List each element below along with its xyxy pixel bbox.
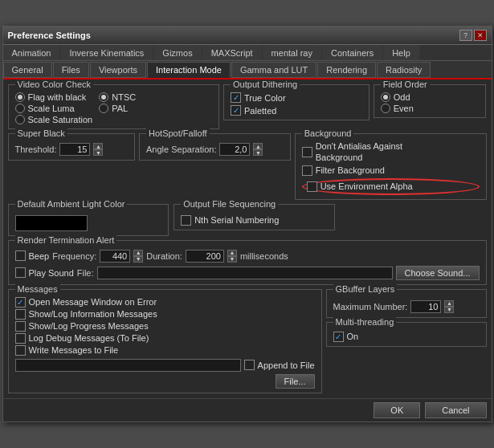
tab-files[interactable]: Files — [53, 62, 89, 78]
paletted-checkbox[interactable] — [231, 105, 241, 116]
append-to-file-checkbox[interactable] — [244, 360, 255, 370]
tab-mental-ray[interactable]: mental ray — [263, 45, 321, 60]
cancel-button[interactable]: Cancel — [425, 402, 486, 418]
tab-containers[interactable]: Containers — [322, 45, 382, 60]
scale-saturation-option[interactable]: Scale Saturation — [15, 115, 93, 124]
max-number-input[interactable] — [410, 300, 441, 313]
help-button[interactable]: ? — [459, 30, 472, 41]
window-title: Preference Settings — [8, 31, 91, 40]
odd-radio[interactable] — [381, 92, 390, 102]
nth-serial-label: Nth Serial Numbering — [194, 215, 279, 225]
use-env-alpha-option[interactable]: Use Environment Alpha — [307, 181, 413, 192]
messages-file-input[interactable] — [15, 359, 241, 372]
beep-checkbox[interactable] — [15, 250, 26, 261]
tab-maxscript[interactable]: MAXScript — [202, 45, 262, 60]
tab-gizmos[interactable]: Gizmos — [153, 45, 201, 60]
angle-up-arrow[interactable]: ▲ — [253, 143, 263, 149]
multithreading-on-checkbox[interactable] — [333, 332, 344, 342]
true-color-option[interactable]: True Color — [231, 92, 362, 103]
paletted-option[interactable]: Paletted — [231, 105, 362, 116]
duration-input[interactable] — [186, 250, 224, 263]
video-color-check-options: Flag with black Scale Luma Scale Saturat… — [15, 92, 93, 124]
scale-luma-option[interactable]: Scale Luma — [15, 104, 93, 113]
max-number-spinner[interactable]: ▲ ▼ — [444, 300, 454, 313]
use-env-alpha-highlight: Use Environment Alpha — [302, 178, 480, 195]
tab-general[interactable]: General — [3, 62, 52, 78]
duration-spinner[interactable]: ▲ ▼ — [227, 250, 237, 263]
scale-saturation-radio[interactable] — [15, 115, 25, 124]
choose-sound-button[interactable]: Choose Sound... — [396, 266, 480, 280]
even-radio[interactable] — [381, 104, 390, 113]
duration-up-arrow[interactable]: ▲ — [227, 250, 237, 256]
tab-radiosity[interactable]: Radiosity — [377, 62, 431, 78]
angle-spinner[interactable]: ▲ ▼ — [253, 143, 263, 156]
threshold-spinner[interactable]: ▲ ▼ — [93, 143, 103, 156]
even-label: Even — [394, 104, 414, 113]
tab-animation[interactable]: Animation — [3, 45, 60, 60]
angle-separation-input[interactable] — [219, 143, 250, 156]
use-env-alpha-label: Use Environment Alpha — [320, 181, 413, 191]
ntsc-radio[interactable] — [99, 92, 108, 102]
dont-antialias-option[interactable]: Don't Antialias Against Background — [302, 141, 480, 162]
write-messages-option[interactable]: Write Messages to File — [15, 345, 315, 356]
frequency-input[interactable] — [100, 250, 130, 263]
filter-background-option[interactable]: Filter Background — [302, 165, 480, 176]
open-message-window-option[interactable]: Open Message Window on Error — [15, 297, 315, 307]
tab-help[interactable]: Help — [383, 45, 419, 60]
show-log-info-label: Show/Log Information Messages — [29, 309, 157, 319]
show-log-info-option[interactable]: Show/Log Information Messages — [15, 309, 315, 320]
max-number-up-arrow[interactable]: ▲ — [444, 300, 454, 307]
messages-file-button[interactable]: File... — [276, 374, 315, 389]
pal-option[interactable]: PAL — [99, 104, 136, 113]
odd-option[interactable]: Odd — [381, 92, 480, 102]
messages-section: Messages Open Message Window on Error Sh… — [8, 289, 322, 393]
ambient-light-color-swatch[interactable] — [15, 215, 88, 231]
pal-radio[interactable] — [99, 104, 108, 113]
footer: OK Cancel — [3, 398, 492, 422]
frequency-up-arrow[interactable]: ▲ — [133, 250, 143, 256]
hotspot-falloff-label: HotSpot/Falloff — [146, 128, 210, 138]
max-number-down-arrow[interactable]: ▼ — [444, 307, 454, 313]
frequency-down-arrow[interactable]: ▼ — [133, 256, 143, 263]
multithreading-on-option[interactable]: On — [333, 332, 480, 342]
threshold-up-arrow[interactable]: ▲ — [93, 143, 103, 149]
append-to-file-option[interactable]: Append to File — [244, 360, 315, 370]
tab-rendering[interactable]: Rendering — [317, 62, 376, 78]
log-debug-checkbox[interactable] — [15, 333, 26, 344]
tab-interaction-mode[interactable]: Interaction Mode — [147, 62, 231, 78]
ntsc-option[interactable]: NTSC — [99, 92, 136, 102]
play-sound-option[interactable]: Play Sound — [15, 267, 74, 278]
use-env-alpha-checkbox[interactable] — [307, 181, 317, 192]
threshold-down-arrow[interactable]: ▼ — [93, 149, 103, 156]
show-log-progress-checkbox[interactable] — [15, 321, 26, 332]
tab-inverse-kinematics[interactable]: Inverse Kinematics — [60, 45, 153, 60]
frequency-label: Frequency: — [52, 251, 96, 261]
close-button[interactable]: ✕ — [474, 30, 487, 41]
true-color-checkbox[interactable] — [231, 92, 241, 103]
beep-option[interactable]: Beep — [15, 250, 50, 261]
sound-file-input[interactable] — [97, 267, 393, 279]
ok-button[interactable]: OK — [374, 402, 420, 418]
tab-gamma-lut[interactable]: Gamma and LUT — [231, 62, 316, 78]
tab-viewports[interactable]: Viewports — [90, 62, 146, 78]
frequency-spinner[interactable]: ▲ ▼ — [133, 250, 143, 263]
log-debug-option[interactable]: Log Debug Messages (To File) — [15, 333, 315, 344]
nth-serial-checkbox[interactable] — [181, 215, 191, 226]
open-message-window-checkbox[interactable] — [15, 297, 26, 307]
show-log-progress-option[interactable]: Show/Log Progress Messages — [15, 321, 315, 332]
duration-down-arrow[interactable]: ▼ — [227, 256, 237, 263]
nth-serial-option[interactable]: Nth Serial Numbering — [181, 215, 328, 226]
play-sound-checkbox[interactable] — [15, 267, 26, 278]
threshold-input[interactable] — [59, 143, 90, 156]
flag-with-black-option[interactable]: Flag with black — [15, 92, 93, 102]
filter-background-checkbox[interactable] — [302, 165, 312, 176]
flag-with-black-radio[interactable] — [15, 92, 25, 102]
dont-antialias-checkbox[interactable] — [302, 147, 312, 157]
write-messages-checkbox[interactable] — [15, 345, 26, 356]
mid-sections: Super Black Threshold: ▲ ▼ HotSpot/Fallo… — [8, 133, 487, 199]
scale-luma-radio[interactable] — [15, 104, 25, 113]
angle-separation-label: Angle Separation: — [146, 145, 216, 154]
show-log-info-checkbox[interactable] — [15, 309, 26, 320]
even-option[interactable]: Even — [381, 104, 480, 113]
angle-down-arrow[interactable]: ▼ — [253, 149, 263, 156]
